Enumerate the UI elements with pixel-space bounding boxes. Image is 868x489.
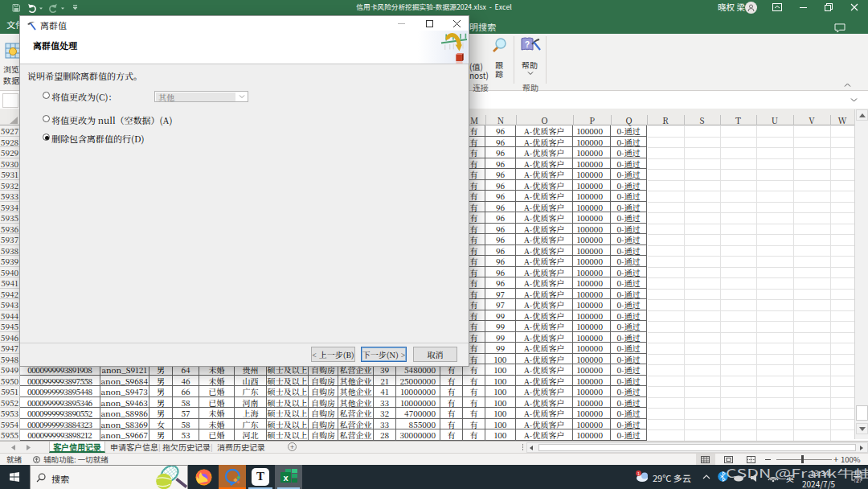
- svg-text:?: ?: [525, 40, 530, 49]
- svg-text:x: x: [283, 473, 289, 483]
- svg-text:1: 1: [637, 471, 640, 476]
